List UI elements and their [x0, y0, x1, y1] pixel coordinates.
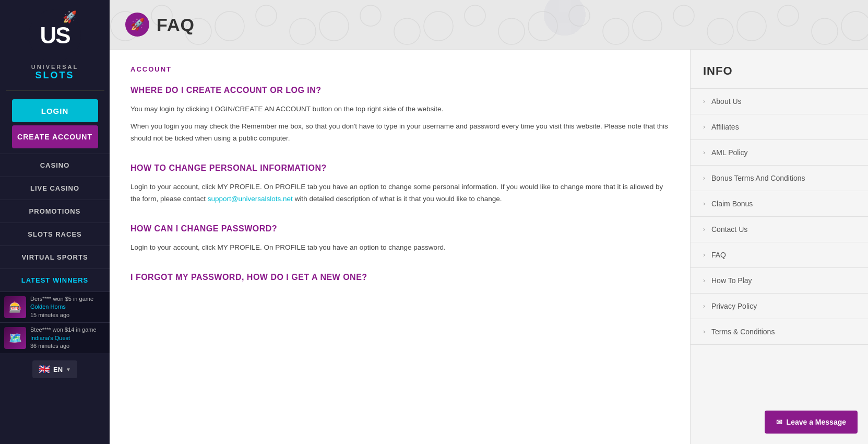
- rocket-icon: 🚀: [63, 10, 77, 24]
- faq-answer-1a: You may login by clicking LOGIN/CREATE A…: [130, 103, 669, 115]
- info-label-affiliates: Affiliates: [711, 123, 739, 131]
- info-label-faq: FAQ: [711, 251, 726, 259]
- sidebar-divider-top: [6, 90, 104, 91]
- leave-message-label: Leave a Message: [787, 418, 846, 426]
- winner-card-1: 🎰 Ders**** won $5 in game Golden Horns 1…: [0, 291, 110, 322]
- logo-area: 🚀 US UNIVERSAL SLOTS: [0, 0, 110, 86]
- info-item-privacy-policy[interactable]: › Privacy Policy: [691, 293, 868, 319]
- faq-section-q4: I FORGOT MY PASSWORD, HOW DO I GET A NEW…: [130, 273, 669, 282]
- winner-game-link-1[interactable]: Golden Horns: [30, 303, 66, 310]
- chevron-icon-bonus: ›: [703, 174, 705, 182]
- winner-info-2: Stee**** won $14 in game Indiana's Quest…: [30, 326, 105, 350]
- info-item-how-to-play[interactable]: › How To Play: [691, 267, 868, 293]
- chevron-icon-faq: ›: [703, 251, 705, 259]
- logo-us-text: US: [40, 24, 69, 47]
- faq-question-4: I FORGOT MY PASSWORD, HOW DO I GET A NEW…: [130, 273, 669, 282]
- chevron-icon-affiliates: ›: [703, 123, 705, 131]
- chevron-down-icon: ▼: [66, 367, 71, 372]
- winner-time-2: 36 minutes ago: [30, 343, 69, 349]
- info-item-terms-conditions[interactable]: › Terms & Conditions: [691, 319, 868, 345]
- winner-thumb-1: 🎰: [4, 296, 26, 318]
- sidebar-item-promotions[interactable]: PROMOTIONS: [0, 200, 110, 223]
- create-account-button[interactable]: CREATE ACCOUNT: [12, 125, 98, 148]
- login-button[interactable]: LOGIN: [12, 99, 98, 122]
- faq-answer-2: Login to your account, click MY PROFILE.…: [130, 181, 669, 205]
- sidebar-item-latest-winners[interactable]: LATEST WINNERS: [0, 268, 110, 291]
- winner-game-link-2[interactable]: Indiana's Quest: [30, 335, 70, 341]
- faq-icon-container: 🚀: [125, 13, 149, 37]
- logo-slots-text: SLOTS: [35, 70, 74, 81]
- faq-header: 🚀 FAQ: [110, 0, 868, 50]
- winner-thumb-2: 🗺️: [4, 327, 26, 349]
- info-label-aml-policy: AML Policy: [711, 148, 748, 157]
- winner-card-2: 🗺️ Stee**** won $14 in game Indiana's Qu…: [0, 322, 110, 353]
- winner-name-2: Stee**** won $14 in game Indiana's Quest: [30, 326, 97, 341]
- faq-answer-3: Login to your account, click MY PROFILE.…: [130, 242, 669, 254]
- info-label-claim-bonus: Claim Bonus: [711, 200, 753, 208]
- logo-universal-text: UNIVERSAL: [31, 64, 79, 70]
- leave-message-button[interactable]: ✉ Leave a Message: [765, 411, 858, 434]
- winner-name-1: Ders**** won $5 in game Golden Horns: [30, 296, 93, 310]
- info-label-about-us: About Us: [711, 97, 742, 106]
- chevron-icon-privacy: ›: [703, 302, 705, 310]
- info-item-contact-us[interactable]: › Contact Us: [691, 216, 868, 242]
- info-label-privacy-policy: Privacy Policy: [711, 302, 757, 310]
- right-sidebar: INFO › About Us › Affiliates › AML Polic…: [691, 50, 868, 444]
- main-content: 🚀 FAQ ACCOUNT WHERE DO I CREATE ACCOUNT …: [110, 0, 868, 444]
- faq-answer-1b: When you login you may check the Remembe…: [130, 121, 669, 145]
- faq-section-q1: WHERE DO I CREATE ACCOUNT OR LOG IN? You…: [130, 86, 669, 145]
- info-label-terms-conditions: Terms & Conditions: [711, 328, 775, 336]
- sidebar-item-slots-races[interactable]: SLOTS RACES: [0, 223, 110, 246]
- section-account-label: ACCOUNT: [130, 65, 669, 73]
- left-sidebar: 🚀 US UNIVERSAL SLOTS LOGIN CREATE ACCOUN…: [0, 0, 110, 444]
- sidebar-item-casino[interactable]: CASINO: [0, 154, 110, 177]
- faq-page-title: FAQ: [157, 15, 195, 35]
- info-item-claim-bonus[interactable]: › Claim Bonus: [691, 191, 868, 216]
- info-item-aml-policy[interactable]: › AML Policy: [691, 139, 868, 165]
- info-item-faq[interactable]: › FAQ: [691, 242, 868, 267]
- faq-section-q2: HOW TO CHANGE PERSONAL INFORMATION? Logi…: [130, 163, 669, 205]
- message-envelope-icon: ✉: [776, 418, 782, 426]
- faq-question-2: HOW TO CHANGE PERSONAL INFORMATION?: [130, 163, 669, 173]
- sidebar-item-virtual-sports[interactable]: VIRTUAL SPORTS: [0, 246, 110, 268]
- info-title: INFO: [691, 64, 868, 88]
- flag-icon: 🇬🇧: [39, 364, 50, 375]
- winner-info-1: Ders**** won $5 in game Golden Horns 15 …: [30, 295, 105, 319]
- content-area: ACCOUNT WHERE DO I CREATE ACCOUNT OR LOG…: [110, 50, 868, 444]
- chevron-icon-contact: ›: [703, 226, 705, 233]
- faq-question-1: WHERE DO I CREATE ACCOUNT OR LOG IN?: [130, 86, 669, 95]
- chevron-icon-aml: ›: [703, 149, 705, 156]
- info-item-bonus-terms[interactable]: › Bonus Terms And Conditions: [691, 165, 868, 191]
- faq-body: ACCOUNT WHERE DO I CREATE ACCOUNT OR LOG…: [110, 50, 691, 444]
- info-label-contact-us: Contact Us: [711, 225, 747, 233]
- info-label-how-to-play: How To Play: [711, 276, 752, 285]
- chevron-icon-terms: ›: [703, 328, 705, 335]
- info-item-about-us[interactable]: › About Us: [691, 88, 868, 114]
- chevron-icon-about: ›: [703, 98, 705, 105]
- language-selector[interactable]: 🇬🇧 EN ▼: [32, 360, 77, 378]
- faq-section-q3: HOW CAN I CHANGE PASSWORD? Login to your…: [130, 224, 669, 254]
- logo-circle: 🚀 US: [29, 9, 81, 62]
- faq-question-3: HOW CAN I CHANGE PASSWORD?: [130, 224, 669, 233]
- info-label-bonus-terms: Bonus Terms And Conditions: [711, 174, 805, 182]
- faq-rocket-icon: 🚀: [130, 18, 145, 31]
- info-item-affiliates[interactable]: › Affiliates: [691, 114, 868, 139]
- chevron-icon-claim: ›: [703, 200, 705, 207]
- sidebar-item-live-casino[interactable]: LIVE CASINO: [0, 177, 110, 200]
- lang-code: EN: [53, 366, 63, 373]
- winner-time-1: 15 minutes ago: [30, 312, 69, 318]
- support-email-link[interactable]: support@universalslots.net: [208, 195, 293, 203]
- chevron-icon-how-to-play: ›: [703, 277, 705, 284]
